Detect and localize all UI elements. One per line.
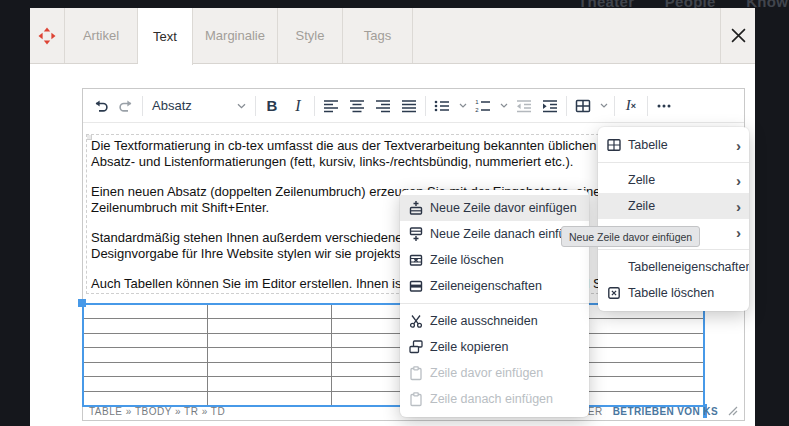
redo-icon (118, 98, 135, 113)
menu-item-tabelle[interactable]: Tabelle › (598, 132, 749, 158)
table-dropdown-menu: Tabelle › Zelle › Zeile › › Tabelleneige… (598, 127, 749, 311)
table-cell[interactable] (208, 319, 331, 332)
table-cell[interactable] (580, 348, 703, 361)
undo-icon (92, 98, 109, 113)
menu-item-copy-row[interactable]: Zeile kopieren (400, 334, 589, 360)
menu-item-label: Tabelle (628, 138, 668, 152)
table-cell[interactable] (208, 363, 331, 376)
bullet-list-menu-button[interactable] (455, 93, 470, 119)
align-right-button[interactable] (370, 93, 396, 119)
table-cell[interactable] (580, 377, 703, 390)
table-cell[interactable] (580, 334, 703, 347)
align-right-icon (374, 98, 392, 114)
table-cell[interactable] (84, 319, 207, 332)
tab-tags[interactable]: Tags (343, 8, 413, 63)
tabbar-spacer (413, 8, 721, 63)
bullet-list-button[interactable] (429, 93, 455, 119)
bullet-list-icon (433, 98, 451, 114)
numbered-list-button[interactable]: 1 2 (470, 93, 496, 119)
table-cell[interactable] (84, 377, 207, 390)
table-cell[interactable] (580, 319, 703, 332)
cut-icon (408, 313, 424, 329)
menu-separator (598, 249, 749, 250)
menu-item-label: Zeile ausschneiden (430, 314, 538, 328)
italic-label: I (295, 97, 300, 115)
menu-item-zelle[interactable]: Zelle › (598, 167, 749, 193)
element-marker (86, 134, 92, 140)
table-cell[interactable] (208, 305, 331, 318)
indent-button[interactable] (537, 93, 563, 119)
undo-button[interactable] (87, 93, 113, 119)
table-button[interactable] (570, 93, 596, 119)
dialog-tabbar: Artikel Text Marginalie Style Tags (30, 8, 755, 64)
chevron-down-icon (237, 103, 246, 109)
menu-item-paste-row-before[interactable]: Zeile davor einfügen (400, 360, 589, 386)
menu-item-label: Neue Zeile davor einfügen (430, 201, 577, 215)
tab-style[interactable]: Style (278, 8, 343, 63)
menu-item-tabelle-loeschen[interactable]: Tabelle löschen (598, 280, 749, 306)
row-submenu: Neue Zeile davor einfügen Neue Zeile dan… (400, 190, 589, 417)
align-left-button[interactable] (318, 93, 344, 119)
submenu-arrow-icon: › (736, 173, 741, 188)
table-cell[interactable] (208, 377, 331, 390)
submenu-arrow-icon: › (736, 199, 741, 214)
align-center-icon (348, 98, 366, 114)
toolbar-divider (425, 96, 426, 116)
menu-item-label: Zelle (628, 173, 655, 187)
submenu-arrow-icon: › (736, 225, 741, 240)
table-cell[interactable] (84, 305, 207, 318)
chevron-down-icon (600, 103, 608, 108)
menu-item-zeile[interactable]: Zeile › (598, 193, 749, 219)
table-cell[interactable] (208, 348, 331, 361)
paragraph-format-value: Absatz (152, 98, 192, 113)
menu-item-label: Tabelle löschen (628, 286, 714, 300)
table-cell[interactable] (84, 348, 207, 361)
move-handle[interactable] (30, 8, 65, 63)
italic-button[interactable]: I (285, 93, 311, 119)
menu-item-tabelleneigenschaften[interactable]: Tabelleneigenschaften (598, 254, 749, 280)
menu-item-cut-row[interactable]: Zeile ausschneiden (400, 308, 589, 334)
menu-item-insert-row-before[interactable]: Neue Zeile davor einfügen (400, 195, 589, 221)
tab-text[interactable]: Text (138, 8, 193, 65)
bold-button[interactable]: B (259, 93, 285, 119)
tooltip: Neue Zeile davor einfügen (561, 226, 700, 247)
table-cell[interactable] (84, 334, 207, 347)
clear-formatting-button[interactable]: I× (618, 93, 644, 119)
menu-item-paste-row-after[interactable]: Zeile danach einfügen (400, 386, 589, 412)
content-table-grid[interactable] (84, 305, 703, 405)
table-cell[interactable] (84, 363, 207, 376)
more-dots-icon (655, 98, 673, 114)
menu-item-label: Zeile kopieren (430, 340, 509, 354)
paragraph-format-select[interactable]: Absatz (146, 93, 252, 119)
outdent-button[interactable] (511, 93, 537, 119)
branding-link[interactable]: BETRIEBEN VON KS (613, 406, 718, 417)
more-button[interactable] (651, 93, 677, 119)
paste-icon (408, 391, 424, 407)
tab-artikel[interactable]: Artikel (65, 8, 138, 63)
tab-marginalie[interactable]: Marginalie (193, 8, 278, 63)
clear-formatting-sub: × (631, 101, 636, 111)
menu-item-row-properties[interactable]: Zeileneigenschaften (400, 273, 589, 299)
table-resize-handle-top-left[interactable] (78, 299, 86, 307)
align-justify-button[interactable] (396, 93, 422, 119)
close-button[interactable] (721, 8, 755, 63)
menu-item-label: Zeile davor einfügen (430, 366, 543, 380)
resize-grip-icon[interactable] (728, 406, 738, 416)
table-icon (606, 137, 622, 153)
table-cell[interactable] (208, 334, 331, 347)
toolbar-divider (314, 96, 315, 116)
toolbar-divider (142, 96, 143, 116)
toolbar-divider (566, 96, 567, 116)
table-icon (574, 98, 592, 114)
numbered-list-menu-button[interactable] (496, 93, 511, 119)
indent-icon (541, 98, 559, 114)
menu-item-label: Tabelleneigenschaften (628, 260, 749, 274)
table-menu-button[interactable] (596, 93, 611, 119)
element-path[interactable]: TABLE » TBODY » TR » TD (89, 406, 225, 417)
table-cell[interactable] (580, 363, 703, 376)
paste-icon (408, 365, 424, 381)
align-center-button[interactable] (344, 93, 370, 119)
redo-button[interactable] (113, 93, 139, 119)
menu-item-delete-row[interactable]: Zeile löschen (400, 247, 589, 273)
move-icon (37, 26, 57, 46)
